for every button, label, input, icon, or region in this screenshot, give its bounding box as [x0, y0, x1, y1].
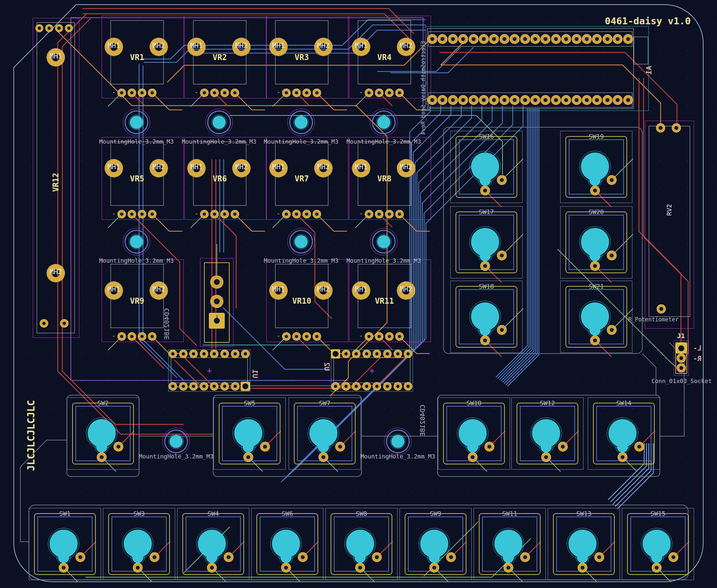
pot-hole-label: MH1 [272, 42, 285, 49]
pot-hole-label: MH1 [355, 286, 367, 293]
pot-hole-label: MH1 [272, 286, 285, 293]
copper-trace [133, 338, 164, 369]
pad[interactable] [363, 382, 371, 390]
pot-ref: VR10 [292, 297, 311, 305]
pad[interactable] [36, 25, 43, 32]
j1-ref: J1 [677, 333, 685, 339]
pcb-canvas[interactable]: MH1MH2VR1-1234MH1MH2VR2-1234MH1MH2VR3-12… [0, 0, 717, 588]
pad[interactable] [404, 350, 412, 358]
mounting-hole-label: MountingHole_3.2mm_M3 [99, 139, 174, 145]
pad[interactable] [331, 350, 340, 358]
pad-number: 1 [286, 212, 287, 216]
pad-number: 1 [63, 566, 65, 569]
pot-hole-label: MH1 [49, 53, 62, 60]
pad[interactable] [190, 382, 197, 390]
pad-number: 12 [513, 98, 516, 102]
pad[interactable] [190, 350, 197, 358]
pot-hole-label: MH2 [317, 164, 330, 170]
pad-number: 1 [594, 264, 596, 268]
pad-number: 9 [545, 98, 546, 102]
pad[interactable] [677, 364, 686, 372]
pad[interactable] [352, 382, 360, 390]
pad[interactable] [656, 124, 665, 132]
pad[interactable] [200, 350, 208, 358]
pot-hole-label: MH2 [317, 42, 330, 49]
pad-number: 40 [626, 37, 630, 41]
pad[interactable] [657, 304, 666, 313]
pad-number: 17 [461, 98, 465, 102]
pad[interactable] [241, 350, 249, 358]
zone-outline [642, 354, 656, 395]
pad-number: 4 [234, 91, 236, 94]
switch-ref: SW4 [208, 511, 219, 517]
pad[interactable] [383, 350, 391, 358]
rv2-ref: RV2 [666, 204, 672, 216]
pot-minus: - [359, 333, 363, 339]
pad-number: 4 [596, 98, 598, 102]
pad[interactable] [404, 382, 412, 390]
pad[interactable] [342, 350, 350, 358]
pad-number: 2 [611, 328, 613, 332]
pot-hole-label: MH2 [400, 286, 412, 293]
pad-number: 2 [378, 91, 380, 94]
r-potentiometer-label: R_Potentiometer [628, 317, 679, 322]
pad-number: 1 [484, 189, 486, 192]
pad-number: 29 [513, 37, 516, 41]
pad[interactable] [200, 382, 208, 390]
pad-number: 1 [472, 456, 473, 459]
pad-number: 2 [501, 254, 503, 257]
pad-number: 1 [322, 456, 324, 459]
pad[interactable] [394, 350, 402, 358]
pad[interactable] [46, 25, 53, 32]
pot-ref: VR4 [377, 54, 391, 61]
pad[interactable] [221, 350, 229, 358]
pad[interactable] [56, 25, 63, 32]
pad[interactable] [352, 350, 360, 358]
pad-number: 4 [151, 212, 153, 216]
mounting-hole-label: MountingHole_3.2mm_M3 [182, 139, 256, 145]
pad[interactable] [180, 350, 187, 358]
pad-number: 35 [575, 37, 578, 41]
pad-number: 2 [611, 254, 613, 257]
pad-number: 4 [151, 335, 153, 338]
pot-minus: - [276, 210, 280, 217]
pot-hole-label: MH2 [235, 42, 248, 49]
pad-number: 10 [533, 98, 537, 102]
pad[interactable] [342, 382, 350, 390]
pad-number: 4 [151, 91, 153, 94]
pot-minus: - [112, 210, 116, 217]
pad[interactable] [169, 382, 177, 390]
pad-number: 4 [234, 212, 236, 216]
pad[interactable] [677, 354, 686, 362]
pad-number: 3 [306, 212, 308, 216]
pad[interactable] [169, 350, 177, 358]
pad[interactable] [231, 382, 239, 390]
mounting-hole-label: MountingHole_3.2mm_M3 [360, 454, 435, 459]
pot-hole-label: MH1 [190, 164, 203, 170]
pad[interactable] [221, 382, 229, 390]
pad[interactable] [394, 382, 402, 390]
pad-number: 2 [501, 178, 503, 182]
pad-number: 1 [368, 91, 370, 94]
switch-ref: SW5 [244, 400, 255, 406]
pad-number: 26 [482, 37, 486, 41]
pad[interactable] [672, 124, 681, 132]
pad-number: 1 [594, 339, 596, 342]
pad[interactable] [676, 343, 686, 353]
pad[interactable] [383, 382, 391, 390]
pad[interactable] [332, 382, 339, 390]
pad[interactable] [231, 350, 239, 358]
pad-number: 2 [296, 212, 297, 216]
pad-number: 3 [216, 280, 218, 284]
pad[interactable] [60, 319, 68, 327]
pad[interactable] [65, 25, 72, 32]
pad[interactable] [180, 382, 187, 390]
pad[interactable] [241, 382, 250, 391]
pot-minus: - [359, 210, 363, 217]
mounting-hole-label: MountingHole_3.2mm_M3 [99, 258, 174, 264]
pad-number: 2 [131, 335, 133, 338]
pad[interactable] [363, 350, 371, 358]
pot-minus: - [276, 89, 280, 96]
pad[interactable] [40, 319, 48, 327]
pad-number: 4 [316, 335, 318, 338]
